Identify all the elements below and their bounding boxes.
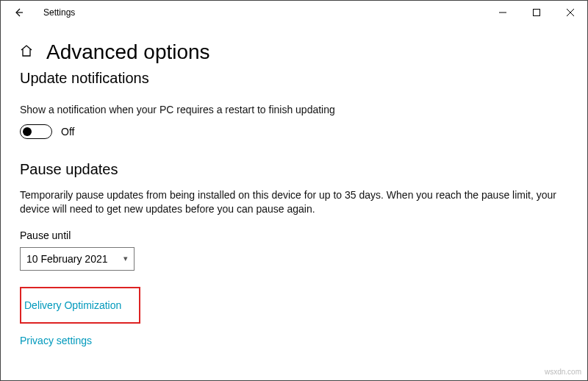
privacy-settings-link[interactable]: Privacy settings <box>20 335 92 346</box>
maximize-icon <box>533 9 540 16</box>
back-button[interactable] <box>7 1 30 24</box>
svg-rect-0 <box>534 10 540 16</box>
titlebar: Settings <box>1 1 587 24</box>
minimize-icon <box>499 9 506 16</box>
notifications-toggle[interactable] <box>20 124 52 139</box>
delivery-optimization-highlight: Delivery Optimization <box>20 287 140 324</box>
notifications-description: Show a notification when your PC require… <box>20 103 568 117</box>
maximize-button[interactable] <box>520 1 553 24</box>
watermark: wsxdn.com <box>545 368 581 376</box>
close-button[interactable] <box>553 1 587 24</box>
notifications-heading: Update notifications <box>20 70 568 87</box>
pause-until-value: 10 February 2021 <box>26 253 108 265</box>
notifications-toggle-row: Off <box>20 124 568 139</box>
chevron-down-icon: ▾ <box>123 254 128 263</box>
notifications-toggle-label: Off <box>61 126 74 138</box>
pause-heading: Pause updates <box>20 161 568 178</box>
page-title: Advanced options <box>46 40 210 64</box>
arrow-left-icon <box>13 7 24 18</box>
window-title: Settings <box>43 7 75 18</box>
pause-until-label: Pause until <box>20 229 568 241</box>
close-icon <box>567 9 574 16</box>
pause-description: Temporarily pause updates from being ins… <box>20 188 568 216</box>
minimize-button[interactable] <box>486 1 520 24</box>
home-icon[interactable] <box>20 44 33 61</box>
pause-until-dropdown[interactable]: 10 February 2021 ▾ <box>20 247 135 271</box>
content-area: Advanced options Update notifications Sh… <box>1 24 587 347</box>
delivery-optimization-link[interactable]: Delivery Optimization <box>24 299 121 311</box>
window-controls <box>486 1 587 24</box>
page-header: Advanced options <box>20 40 568 64</box>
